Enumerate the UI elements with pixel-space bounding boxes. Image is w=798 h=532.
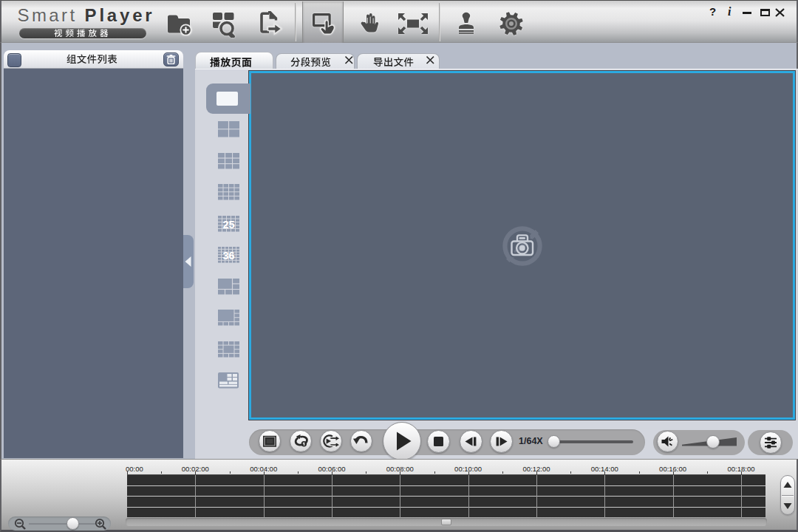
svg-text:25: 25	[222, 219, 234, 231]
svg-text:36: 36	[222, 250, 234, 262]
